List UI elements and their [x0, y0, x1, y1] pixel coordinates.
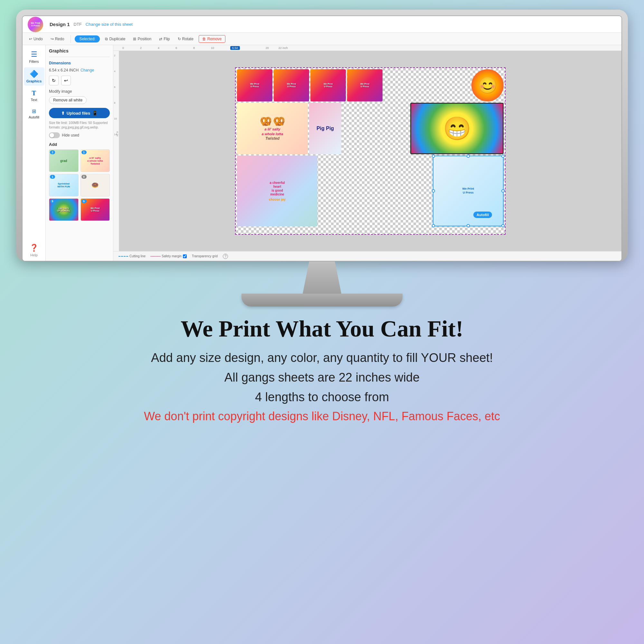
design-sheet[interactable]: We PrintU Press We PrintU Press We Print…	[235, 67, 506, 235]
monitor-stand-neck	[290, 261, 354, 294]
filters-icon: ☰	[31, 50, 37, 59]
cutting-line-label: Cutting line	[129, 254, 146, 258]
left-sidebar: ☰ Filters 🔷 Graphics T Text ⊞ Autofill	[23, 45, 46, 261]
sidebar-item-graphics[interactable]: 🔷 Graphics	[24, 67, 44, 86]
design-text: We PrintU Press	[324, 83, 333, 88]
design-item-logo-4[interactable]: We PrintU Press	[347, 69, 383, 101]
help-icon: ❓	[30, 244, 38, 252]
duplicate-button[interactable]: ⧉ Duplicate	[102, 35, 128, 43]
redo-button[interactable]: ↪ Redo	[48, 35, 67, 43]
upload-icon: ⬆	[61, 111, 65, 116]
design-item-logo-3[interactable]: We PrintU Press	[310, 69, 346, 101]
list-item[interactable]: 1 SprinkledWITH FUN	[49, 174, 79, 196]
list-item[interactable]: 5 We PrintU Press	[81, 198, 110, 221]
remove-white-button[interactable]: Remove all white	[49, 96, 87, 104]
pretzel-emoji: 🥨	[260, 116, 272, 127]
autofill-badge[interactable]: Autofill	[473, 212, 492, 218]
rotate-label: Rotate	[182, 37, 194, 41]
rotate-icon: ↻	[178, 37, 181, 41]
design-item-logo-2[interactable]: We PrintU Press	[274, 69, 309, 101]
cheerful-text: a cheerfulheartis goodmedicine	[270, 181, 285, 196]
list-item[interactable]: 5 100 DAYSOF SCHOOL	[49, 198, 79, 221]
monitor-stand-base	[241, 294, 403, 307]
ruler-left-mark: 6	[114, 86, 119, 89]
position-label: Position	[137, 37, 151, 41]
undo-button[interactable]: ↩ Undo	[26, 35, 45, 43]
monitor: We PrintU Press Design 1 DTF Change size…	[16, 10, 628, 261]
list-item[interactable]: 1 a lil' saltya whole lottaTwisted	[81, 149, 110, 172]
selected-label: Selected:	[79, 37, 95, 41]
main-layout: ☰ Filters 🔷 Graphics T Text ⊞ Autofill	[23, 45, 621, 261]
design-item-salty[interactable]: 🥨 🥨 a lil' saltya whole lottaTwisted	[237, 103, 308, 154]
upload-btn-label: Upload files	[67, 111, 90, 116]
undo-panel-icon: ↩	[64, 78, 68, 83]
safety-margin-checkbox[interactable]	[183, 254, 187, 258]
thumbnail-grid: 2 grad 1 a lil' saltya whole lottaTwiste…	[49, 149, 110, 221]
hide-used-toggle[interactable]	[49, 132, 60, 138]
position-icon: ⊞	[133, 37, 136, 41]
design-item-smiley-small[interactable]: 😊	[471, 69, 504, 101]
change-size-link[interactable]: Change size of this sheet	[86, 22, 133, 27]
canvas-footer: Cutting line Safety margin Transparency …	[113, 251, 621, 261]
bottom-text: We Print What You Can Fit! Add any size …	[112, 307, 532, 425]
design-item-we-print-big[interactable]: We PrintU Press	[433, 156, 504, 226]
ruler-mark: 6	[175, 46, 177, 50]
sidebar-item-filters[interactable]: ☰ Filters	[24, 48, 44, 66]
graphics-icon: 🔷	[30, 70, 38, 78]
safety-margin-label: Safety margin	[162, 254, 182, 258]
ruler-left: 2 4 6 8 10 14 6.24	[113, 51, 119, 251]
canvas-content[interactable]: We PrintU Press We PrintU Press We Print…	[119, 51, 621, 251]
text-label: Text	[31, 98, 37, 102]
ruler-mark: 10	[211, 46, 214, 50]
selected-indicator: Selected:	[75, 35, 100, 43]
canvas-area[interactable]: 0 2 4 6 8 10 6.54 20 22 inch 2 4 6 8 10	[113, 45, 621, 261]
change-dimensions-link[interactable]: Change	[81, 68, 94, 72]
ruler-left-mark: 8	[114, 101, 119, 104]
we-print-big-text: We PrintU Press	[462, 187, 474, 194]
ruler-mark: 20	[266, 46, 269, 50]
remove-button[interactable]: 🗑 Remove	[199, 35, 225, 43]
cutting-line-icon	[118, 256, 128, 257]
sidebar-item-autofill[interactable]: ⊞ Autofill	[24, 106, 44, 122]
transparency-label: Transparency grid	[192, 254, 218, 258]
icon-row: ↻ ↩	[49, 76, 110, 85]
list-item[interactable]: 0 🍩	[81, 174, 110, 196]
panel-divider-1	[49, 57, 110, 57]
trash-icon: 🗑	[202, 37, 206, 41]
undo-icon: ↩	[29, 37, 32, 41]
design-text: We PrintU Press	[250, 83, 259, 88]
design-text: We PrintU Press	[287, 83, 296, 88]
rotate-button[interactable]: ↻ Rotate	[175, 35, 196, 43]
refresh-button[interactable]: ↻	[49, 76, 59, 85]
list-item[interactable]: 2 grad	[49, 149, 79, 172]
help-label: Help	[30, 253, 38, 257]
design-item-smiley-big[interactable]: 😁	[410, 103, 504, 154]
salty-text: a lil' saltya whole lottaTwisted	[262, 127, 283, 141]
thumb-text: We PrintU Press	[90, 207, 99, 213]
sidebar-item-text[interactable]: T Text	[24, 87, 44, 104]
panel-title: Graphics	[49, 48, 110, 53]
undo-panel-button[interactable]: ↩	[61, 76, 71, 85]
dimensions-value: 6.54 x 6.24 INCH	[49, 68, 79, 72]
badge: 1	[50, 175, 55, 179]
hide-used-label: Hide used	[62, 133, 79, 137]
headline: We Print What You Can Fit!	[144, 316, 500, 342]
position-button[interactable]: ⊞ Position	[130, 35, 154, 43]
design-item-logo-1[interactable]: We PrintU Press	[237, 69, 272, 101]
upload-files-button[interactable]: ⬆ Upload files 📱	[49, 108, 110, 118]
help-icon-footer[interactable]: ?	[223, 254, 228, 259]
text-icon: T	[32, 90, 36, 97]
design-format: DTF	[74, 22, 82, 27]
design-title-bar: Design 1 DTF Change size of this sheet	[50, 22, 616, 27]
transparency-item: Transparency grid	[192, 254, 218, 258]
redo-icon: ↪	[51, 37, 54, 41]
body-line-3: 4 lengths to choose from	[144, 387, 500, 407]
ruler-top: 0 2 4 6 8 10 6.54 20 22 inch	[113, 45, 621, 51]
app-header: We PrintU Press Design 1 DTF Change size…	[23, 16, 621, 33]
flip-button[interactable]: ⇄ Flip	[156, 35, 172, 43]
sidebar-item-help[interactable]: ❓ Help	[30, 244, 38, 257]
ruler-selected-value: 6.54	[230, 46, 240, 50]
flip-label: Flip	[164, 37, 170, 41]
design-item-cheerful[interactable]: a cheerfulheartis goodmedicine choose jo…	[237, 156, 317, 226]
design-item-pig[interactable]: Pig Pig	[309, 103, 341, 154]
